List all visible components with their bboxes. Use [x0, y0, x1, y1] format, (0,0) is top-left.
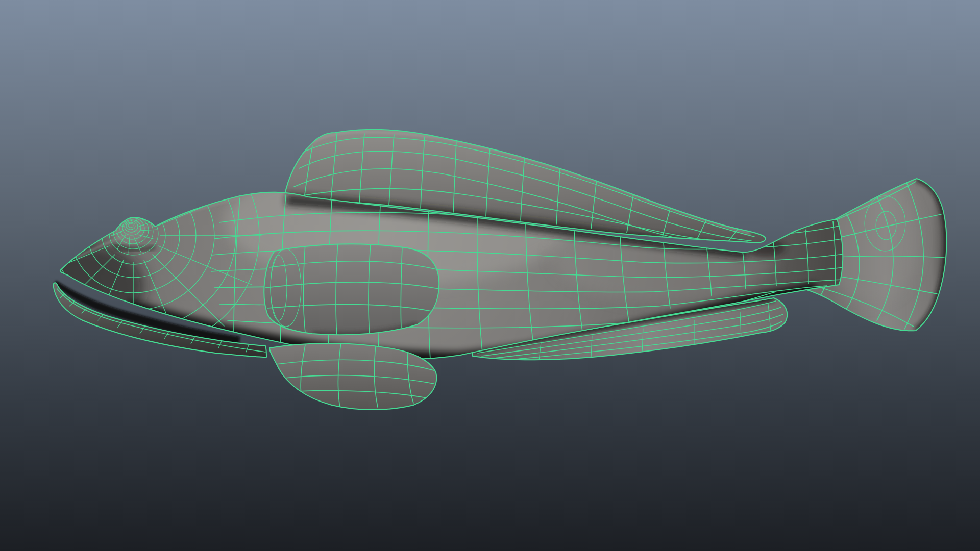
viewport-canvas[interactable] [0, 0, 980, 551]
pectoral-fin[interactable] [264, 242, 439, 336]
